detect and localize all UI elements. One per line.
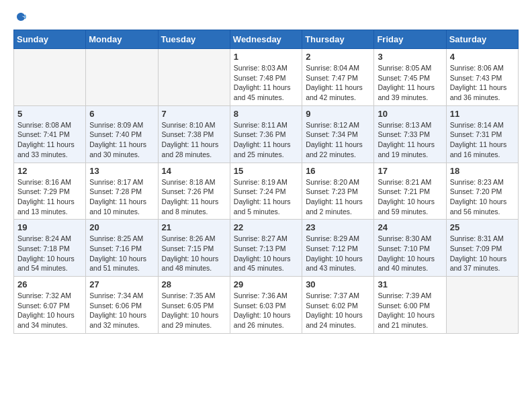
calendar-cell: 14Sunrise: 8:18 AM Sunset: 7:26 PM Dayli…: [158, 163, 230, 220]
weekday-header-monday: Monday: [86, 30, 158, 49]
day-info: Sunrise: 7:37 AM Sunset: 6:02 PM Dayligh…: [306, 291, 370, 330]
day-number: 5: [17, 109, 82, 119]
calendar-cell: 8Sunrise: 8:11 AM Sunset: 7:36 PM Daylig…: [230, 105, 302, 163]
day-info: Sunrise: 8:03 AM Sunset: 7:48 PM Dayligh…: [234, 63, 298, 103]
calendar-cell: [86, 49, 158, 106]
calendar-cell: 17Sunrise: 8:21 AM Sunset: 7:21 PM Dayli…: [374, 163, 446, 220]
day-info: Sunrise: 8:04 AM Sunset: 7:47 PM Dayligh…: [306, 63, 370, 103]
calendar-table: SundayMondayTuesdayWednesdayThursdayFrid…: [13, 30, 519, 334]
day-info: Sunrise: 8:29 AM Sunset: 7:12 PM Dayligh…: [306, 234, 370, 273]
day-info: Sunrise: 8:05 AM Sunset: 7:45 PM Dayligh…: [378, 63, 442, 103]
calendar-cell: [14, 49, 86, 106]
weekday-header-saturday: Saturday: [446, 30, 518, 49]
calendar-cell: 23Sunrise: 8:29 AM Sunset: 7:12 PM Dayli…: [302, 220, 374, 277]
calendar-week-row: 5Sunrise: 8:08 AM Sunset: 7:41 PM Daylig…: [14, 105, 519, 163]
day-info: Sunrise: 8:16 AM Sunset: 7:29 PM Dayligh…: [17, 177, 82, 217]
header: [13, 11, 519, 23]
calendar-cell: 9Sunrise: 8:12 AM Sunset: 7:34 PM Daylig…: [302, 105, 374, 163]
calendar-cell: 20Sunrise: 8:25 AM Sunset: 7:16 PM Dayli…: [86, 220, 158, 277]
calendar-cell: 21Sunrise: 8:26 AM Sunset: 7:15 PM Dayli…: [158, 220, 230, 277]
day-number: 29: [234, 279, 298, 289]
calendar-cell: 13Sunrise: 8:17 AM Sunset: 7:28 PM Dayli…: [86, 163, 158, 220]
day-number: 3: [378, 52, 442, 62]
calendar-cell: [158, 49, 230, 106]
day-info: Sunrise: 8:30 AM Sunset: 7:10 PM Dayligh…: [378, 234, 442, 273]
day-number: 18: [450, 166, 515, 176]
day-info: Sunrise: 8:08 AM Sunset: 7:41 PM Dayligh…: [17, 120, 82, 160]
day-number: 20: [89, 222, 154, 232]
calendar-cell: 15Sunrise: 8:19 AM Sunset: 7:24 PM Dayli…: [230, 163, 302, 220]
day-info: Sunrise: 8:12 AM Sunset: 7:34 PM Dayligh…: [306, 120, 370, 160]
day-info: Sunrise: 8:14 AM Sunset: 7:31 PM Dayligh…: [450, 120, 515, 160]
day-number: 6: [89, 109, 154, 119]
calendar-cell: 24Sunrise: 8:30 AM Sunset: 7:10 PM Dayli…: [374, 220, 446, 277]
day-info: Sunrise: 8:24 AM Sunset: 7:18 PM Dayligh…: [17, 234, 82, 273]
day-info: Sunrise: 7:36 AM Sunset: 6:03 PM Dayligh…: [234, 291, 298, 330]
day-info: Sunrise: 8:10 AM Sunset: 7:38 PM Dayligh…: [162, 120, 226, 160]
weekday-header-wednesday: Wednesday: [230, 30, 302, 49]
page: SundayMondayTuesdayWednesdayThursdayFrid…: [0, 0, 532, 345]
day-number: 14: [162, 166, 226, 176]
day-info: Sunrise: 8:21 AM Sunset: 7:21 PM Dayligh…: [378, 177, 442, 217]
day-info: Sunrise: 7:39 AM Sunset: 6:00 PM Dayligh…: [378, 291, 442, 330]
day-number: 12: [17, 166, 82, 176]
calendar-cell: 28Sunrise: 7:35 AM Sunset: 6:05 PM Dayli…: [158, 277, 230, 334]
calendar-cell: 5Sunrise: 8:08 AM Sunset: 7:41 PM Daylig…: [14, 105, 86, 163]
calendar-cell: 26Sunrise: 7:32 AM Sunset: 6:07 PM Dayli…: [14, 277, 86, 334]
calendar-cell: 22Sunrise: 8:27 AM Sunset: 7:13 PM Dayli…: [230, 220, 302, 277]
calendar-cell: 16Sunrise: 8:20 AM Sunset: 7:23 PM Dayli…: [302, 163, 374, 220]
day-info: Sunrise: 8:23 AM Sunset: 7:20 PM Dayligh…: [450, 177, 515, 217]
day-info: Sunrise: 8:26 AM Sunset: 7:15 PM Dayligh…: [162, 234, 226, 273]
weekday-header-tuesday: Tuesday: [158, 30, 230, 49]
calendar-week-row: 19Sunrise: 8:24 AM Sunset: 7:18 PM Dayli…: [14, 220, 519, 277]
calendar-cell: 29Sunrise: 7:36 AM Sunset: 6:03 PM Dayli…: [230, 277, 302, 334]
day-number: 1: [234, 52, 298, 62]
day-number: 15: [234, 166, 298, 176]
calendar-cell: 10Sunrise: 8:13 AM Sunset: 7:33 PM Dayli…: [374, 105, 446, 163]
logo-icon: [15, 11, 27, 23]
day-info: Sunrise: 7:34 AM Sunset: 6:06 PM Dayligh…: [89, 291, 154, 330]
weekday-header-friday: Friday: [374, 30, 446, 49]
day-number: 28: [162, 279, 226, 289]
calendar-cell: 2Sunrise: 8:04 AM Sunset: 7:47 PM Daylig…: [302, 49, 374, 106]
calendar-cell: 31Sunrise: 7:39 AM Sunset: 6:00 PM Dayli…: [374, 277, 446, 334]
day-info: Sunrise: 8:19 AM Sunset: 7:24 PM Dayligh…: [234, 177, 298, 217]
calendar-cell: 1Sunrise: 8:03 AM Sunset: 7:48 PM Daylig…: [230, 49, 302, 106]
day-number: 30: [306, 279, 370, 289]
day-info: Sunrise: 8:20 AM Sunset: 7:23 PM Dayligh…: [306, 177, 370, 217]
day-number: 22: [234, 222, 298, 232]
calendar-cell: 27Sunrise: 7:34 AM Sunset: 6:06 PM Dayli…: [86, 277, 158, 334]
weekday-header-row: SundayMondayTuesdayWednesdayThursdayFrid…: [14, 30, 519, 49]
calendar-week-row: 26Sunrise: 7:32 AM Sunset: 6:07 PM Dayli…: [14, 277, 519, 334]
day-number: 2: [306, 52, 370, 62]
day-number: 24: [378, 222, 442, 232]
day-number: 23: [306, 222, 370, 232]
day-number: 13: [89, 166, 154, 176]
day-info: Sunrise: 8:13 AM Sunset: 7:33 PM Dayligh…: [378, 120, 442, 160]
calendar-cell: 3Sunrise: 8:05 AM Sunset: 7:45 PM Daylig…: [374, 49, 446, 106]
calendar-week-row: 12Sunrise: 8:16 AM Sunset: 7:29 PM Dayli…: [14, 163, 519, 220]
calendar-week-row: 1Sunrise: 8:03 AM Sunset: 7:48 PM Daylig…: [14, 49, 519, 106]
day-number: 8: [234, 109, 298, 119]
day-number: 27: [89, 279, 154, 289]
calendar-cell: [446, 277, 518, 334]
calendar-cell: 25Sunrise: 8:31 AM Sunset: 7:09 PM Dayli…: [446, 220, 518, 277]
day-number: 16: [306, 166, 370, 176]
day-number: 25: [450, 222, 515, 232]
day-info: Sunrise: 8:06 AM Sunset: 7:43 PM Dayligh…: [450, 63, 515, 103]
day-number: 11: [450, 109, 515, 119]
day-info: Sunrise: 8:11 AM Sunset: 7:36 PM Dayligh…: [234, 120, 298, 160]
weekday-header-sunday: Sunday: [14, 30, 86, 49]
day-number: 4: [450, 52, 515, 62]
calendar-cell: 11Sunrise: 8:14 AM Sunset: 7:31 PM Dayli…: [446, 105, 518, 163]
day-number: 26: [17, 279, 82, 289]
calendar-cell: 18Sunrise: 8:23 AM Sunset: 7:20 PM Dayli…: [446, 163, 518, 220]
day-info: Sunrise: 7:35 AM Sunset: 6:05 PM Dayligh…: [162, 291, 226, 330]
day-number: 7: [162, 109, 226, 119]
calendar-cell: 30Sunrise: 7:37 AM Sunset: 6:02 PM Dayli…: [302, 277, 374, 334]
calendar-cell: 6Sunrise: 8:09 AM Sunset: 7:40 PM Daylig…: [86, 105, 158, 163]
day-number: 10: [378, 109, 442, 119]
day-info: Sunrise: 8:25 AM Sunset: 7:16 PM Dayligh…: [89, 234, 154, 273]
day-info: Sunrise: 7:32 AM Sunset: 6:07 PM Dayligh…: [17, 291, 82, 330]
day-info: Sunrise: 8:27 AM Sunset: 7:13 PM Dayligh…: [234, 234, 298, 273]
